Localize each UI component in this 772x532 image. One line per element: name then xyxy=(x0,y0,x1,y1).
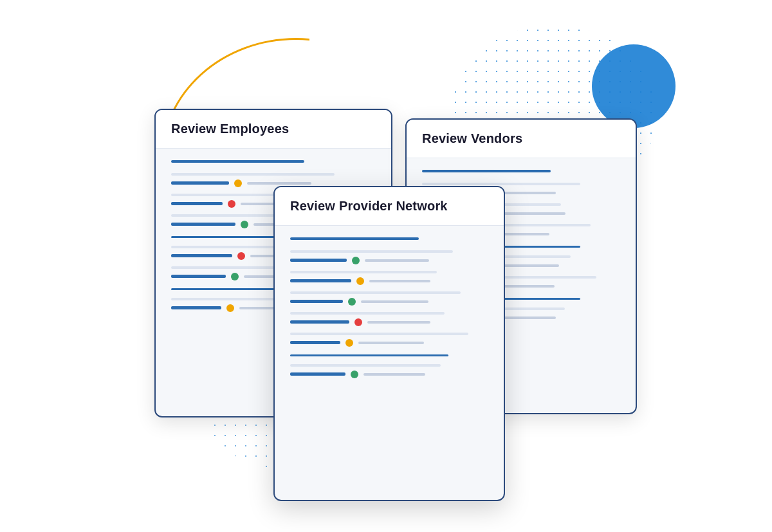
card-right-header: Review Vendors xyxy=(407,120,636,158)
center-row-2 xyxy=(290,271,488,285)
left-row-1 xyxy=(171,173,376,187)
center-dot-red-1 xyxy=(354,318,362,326)
card-center-header: Review Provider Network xyxy=(275,187,504,226)
center-row-4 xyxy=(290,312,488,326)
center-row-3 xyxy=(290,291,488,306)
card-center-title: Review Provider Network xyxy=(290,199,448,213)
center-dot-green-3 xyxy=(351,371,358,378)
center-dot-green-1 xyxy=(352,257,360,264)
center-row-5 xyxy=(290,333,488,347)
dot-red-2 xyxy=(237,252,245,260)
card-right-title: Review Vendors xyxy=(422,131,522,145)
card-center-body xyxy=(275,226,504,394)
dot-green-1 xyxy=(241,221,248,228)
left-header-bar xyxy=(171,160,304,163)
scene: Review Employees xyxy=(96,25,676,508)
center-dot-yellow-2 xyxy=(345,339,353,347)
center-dot-green-2 xyxy=(348,298,356,306)
center-row-6 xyxy=(290,364,488,378)
blue-circle-decoration xyxy=(592,44,676,128)
center-dot-yellow-1 xyxy=(356,277,364,285)
dot-yellow-2 xyxy=(226,304,234,312)
center-divider-1 xyxy=(290,354,448,356)
dot-red-1 xyxy=(228,200,235,208)
center-row-1 xyxy=(290,250,488,264)
dot-yellow-1 xyxy=(234,179,242,187)
dot-green-2 xyxy=(231,273,239,280)
center-header-bar xyxy=(290,237,419,240)
right-header-bar xyxy=(422,170,551,172)
card-left-title: Review Employees xyxy=(171,122,289,136)
card-review-provider-network[interactable]: Review Provider Network xyxy=(273,186,505,501)
card-left-header: Review Employees xyxy=(156,110,391,149)
